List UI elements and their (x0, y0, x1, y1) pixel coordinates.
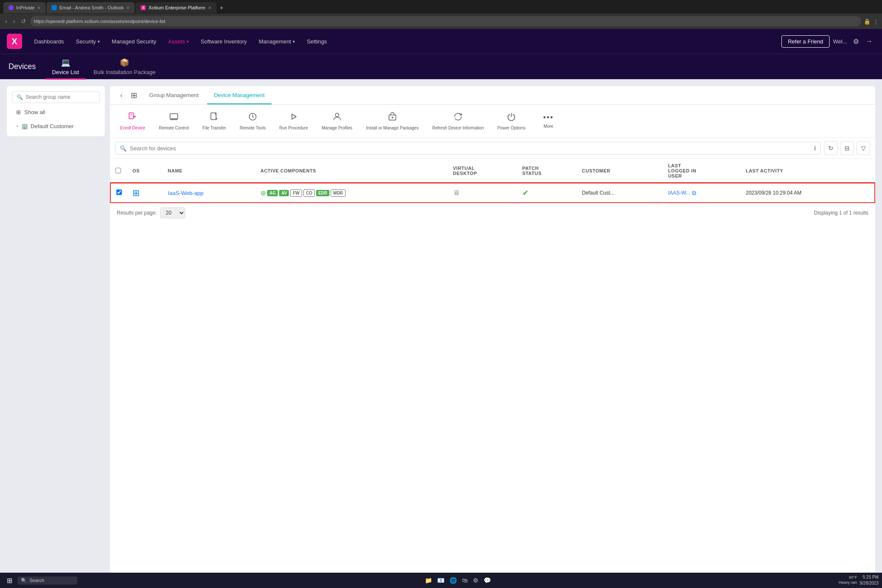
nav-settings[interactable]: Settings (302, 36, 332, 47)
search-group-input[interactable] (26, 94, 95, 100)
sidebar-default-customer[interactable]: + 🏢 Default Customer (12, 121, 100, 131)
refresh-button[interactable]: ↺ (19, 17, 28, 26)
remote-control-label: Remote Control (159, 126, 189, 131)
nav-managed-security[interactable]: Managed Security (107, 36, 161, 47)
power-options-label: Power Options (498, 126, 526, 131)
nav-assets[interactable]: Assets ▾ (163, 36, 194, 47)
tab-group-management[interactable]: Group Management (142, 86, 205, 104)
browser-address-bar: ‹ › ↺ 🔒 ⋮ (0, 14, 882, 29)
new-tab-button[interactable]: + (217, 3, 226, 12)
search-icon: 🔍 (17, 94, 23, 100)
select-all-checkbox[interactable] (115, 168, 121, 173)
sidebar-show-all[interactable]: ⊞ Show all (12, 106, 100, 118)
refer-friend-button[interactable]: Refer a Friend (781, 35, 830, 48)
user-link-icon[interactable]: ⧉ (692, 189, 696, 197)
badge-av: AV (279, 190, 289, 196)
browser-tab-xcitium[interactable]: X Xcitium Enterprise Platform ✕ (135, 2, 216, 13)
filter-button[interactable]: ▽ (856, 141, 870, 155)
file-transfer-label: File Transfer (202, 126, 226, 131)
file-transfer-icon (209, 112, 219, 124)
panel-icon: ⊞ (127, 91, 141, 100)
badge-ag: AG (267, 190, 278, 196)
run-procedure-label: Run Procedure (280, 126, 308, 131)
collapse-button[interactable]: ‹ (117, 90, 126, 101)
tab-close[interactable]: ✕ (208, 6, 211, 10)
url-bar[interactable] (30, 16, 861, 26)
device-name[interactable]: IaaS-Web-app (168, 190, 204, 196)
gear-icon[interactable]: ⚙ (850, 36, 862, 47)
row-name-cell[interactable]: IaaS-Web-app (163, 183, 255, 203)
tab-icon (9, 5, 14, 10)
filter-preset-button[interactable]: ⊟ (840, 141, 854, 155)
remote-tools-icon (248, 112, 258, 124)
chevron-down-icon: ▾ (293, 39, 295, 44)
toolbar-enroll-device[interactable]: Enroll Device (117, 110, 149, 132)
taskbar-search[interactable]: 🔍 Search (17, 577, 77, 582)
settings-button[interactable]: ⋮ (873, 18, 879, 25)
svg-rect-3 (170, 114, 178, 119)
extensions-button[interactable]: 🔒 (864, 18, 870, 25)
sidebar: 🔍 ⊞ Show all + 🏢 Default Customer (7, 86, 105, 136)
col-customer: CUSTOMER (577, 159, 663, 183)
row-patch-status-cell: ✔ (517, 183, 577, 203)
badge-co: CO (303, 189, 315, 197)
bulk-install-icon: 📦 (120, 58, 129, 67)
device-search-bar[interactable]: 🔍 ℹ (115, 142, 821, 155)
last-user-link[interactable]: IAAS-W... ⧉ (668, 189, 735, 197)
device-table-wrapper: OS NAME ACTIVE COMPONENTS VIRTUALDESKTOP… (110, 159, 875, 203)
toolbar-install-packages[interactable]: Install or Manage Packages (363, 110, 422, 132)
tab-label: InPrivate (16, 5, 35, 10)
nav-security[interactable]: Security ▾ (71, 36, 105, 47)
taskbar-teams-icon[interactable]: 💬 (482, 576, 493, 582)
taskbar-mail-icon[interactable]: 📧 (435, 576, 446, 582)
manage-profiles-icon (332, 112, 342, 124)
taskbar-store-icon[interactable]: 🛍 (460, 576, 470, 582)
device-search-input[interactable] (130, 145, 810, 152)
toolbar-remote-tools[interactable]: Remote Tools (236, 110, 269, 132)
back-button[interactable]: ‹ (3, 17, 9, 26)
svg-point-7 (335, 113, 339, 117)
enroll-device-label: Enroll Device (120, 126, 145, 131)
toolbar-remote-control[interactable]: Remote Control (156, 110, 192, 132)
svg-rect-1 (130, 114, 132, 115)
refresh-table-button[interactable]: ↻ (824, 141, 838, 155)
taskbar-search-label: Search (29, 578, 44, 582)
toolbar-power-options[interactable]: Power Options (494, 110, 529, 132)
table-row: ⊞ IaaS-Web-app ⊛ AG AV FW CO (110, 183, 875, 203)
toolbar-run-procedure[interactable]: Run Procedure (276, 110, 311, 132)
sidebar-search[interactable]: 🔍 (12, 91, 100, 103)
taskbar-settings-icon[interactable]: ⚙ (471, 576, 480, 582)
start-button[interactable]: ⊞ (3, 575, 16, 582)
toolbar-manage-profiles[interactable]: Manage Profiles (318, 110, 356, 132)
nav-dashboards[interactable]: Dashboards (29, 36, 69, 47)
browser-tab-email[interactable]: Email - Andrea Smith - Outlook ✕ (46, 2, 135, 13)
search-actions: ↻ ⊟ ▽ (824, 141, 870, 155)
install-packages-icon (387, 112, 398, 124)
select-all-header (110, 159, 127, 183)
row-checkbox-cell[interactable] (110, 183, 127, 203)
tab-device-list[interactable]: 💻 Device List (45, 54, 86, 80)
taskbar-explorer-icon[interactable]: 📁 (423, 576, 434, 582)
toolbar-refresh-device[interactable]: Refresh Device Information (429, 110, 487, 132)
tab-device-management[interactable]: Device Management (207, 86, 271, 104)
row-checkbox[interactable] (116, 189, 122, 195)
row-badges-cell: ⊛ AG AV FW CO EDR MDR (255, 183, 448, 203)
tab-bulk-installation[interactable]: 📦 Bulk Installation Package (87, 54, 162, 80)
tab-close[interactable]: ✕ (126, 6, 130, 10)
nav-software-inventory[interactable]: Software Inventory (196, 36, 252, 47)
tab-close[interactable]: ✕ (37, 6, 40, 10)
browser-chrome: InPrivate ✕ Email - Andrea Smith - Outlo… (0, 0, 882, 29)
per-page-select[interactable]: Results per page: 10 20 50 100 (117, 207, 185, 218)
badge-mdr: MDR (331, 189, 346, 197)
remote-control-icon (169, 112, 179, 124)
install-packages-label: Install or Manage Packages (366, 126, 418, 131)
forward-button[interactable]: › (12, 17, 17, 26)
signout-icon[interactable]: → (863, 36, 875, 47)
nav-management[interactable]: Management ▾ (254, 36, 300, 47)
device-panel: ‹ ⊞ Group Management Device Management E… (110, 86, 875, 575)
browser-tab-inprivate[interactable]: InPrivate ✕ (3, 2, 46, 13)
toolbar-more[interactable]: ••• More (536, 112, 561, 131)
taskbar-browser-icon[interactable]: 🌐 (448, 576, 458, 582)
per-page-dropdown[interactable]: 10 20 50 100 (160, 207, 185, 218)
toolbar-file-transfer[interactable]: File Transfer (199, 110, 230, 132)
